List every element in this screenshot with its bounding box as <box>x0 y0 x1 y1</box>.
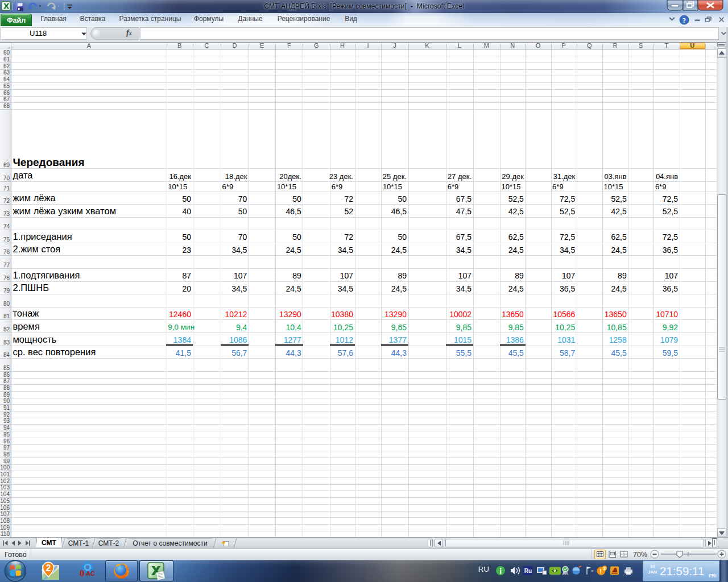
svg-text:AC: AC <box>86 570 95 577</box>
svg-text:0: 0 <box>80 568 85 579</box>
svg-text:!: ! <box>599 568 602 575</box>
svg-text:Ru: Ru <box>524 568 532 574</box>
svg-text:2: 2 <box>46 563 51 573</box>
svg-text:2: 2 <box>603 566 606 571</box>
svg-text:?: ? <box>682 16 686 24</box>
